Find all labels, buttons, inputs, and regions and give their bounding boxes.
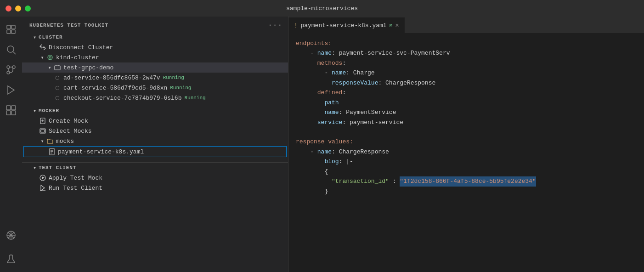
code-key: "transaction_id"	[332, 176, 389, 186]
svg-point-21	[48, 55, 52, 60]
run-debug-icon[interactable]	[2, 81, 20, 99]
search-icon[interactable]	[2, 40, 20, 59]
mocker-section-header[interactable]: MOCKER	[22, 106, 288, 116]
main-container: KUBERNETES TEST TOOLKIT ··· CLUSTER Disc…	[0, 17, 644, 272]
mocks-folder-item[interactable]: mocks	[22, 136, 288, 146]
svg-rect-12	[6, 111, 11, 115]
kubernetes-icon[interactable]	[2, 226, 20, 244]
explorer-icon[interactable]	[2, 20, 20, 39]
create-mock-item[interactable]: Create Mock	[22, 116, 288, 126]
code-key: name	[317, 48, 332, 58]
apply-test-icon	[39, 174, 47, 182]
test-client-chevron	[31, 164, 39, 171]
apply-test-mock-item[interactable]: Apply Test Mock	[22, 173, 288, 183]
window-title: sample-microservices	[286, 5, 358, 12]
apply-test-mock-label: Apply Test Mock	[49, 175, 102, 181]
code-indent: {	[296, 167, 328, 176]
service-item-0[interactable]: ⬡ ad-service-856dfc8658-2w47v Running	[22, 73, 288, 83]
sidebar-header: KUBERNETES TEST TOOLKIT ···	[22, 17, 288, 32]
sidebar-more-button[interactable]: ···	[268, 21, 282, 29]
code-colon: :	[378, 78, 385, 88]
code-line-14: {	[296, 167, 644, 176]
extensions-icon[interactable]	[2, 101, 20, 119]
cluster-label: CLUSTER	[39, 34, 62, 40]
code-indent	[296, 78, 332, 88]
beaker-icon[interactable]	[2, 250, 20, 268]
service-name-0: ad-service-856dfc8658-2w47v	[63, 74, 160, 81]
tab-close-button[interactable]: ×	[395, 22, 399, 29]
service-name-1: cart-service-586d7f9cd5-9d8xn	[63, 85, 167, 91]
code-line-9: service: payment-service	[296, 118, 644, 127]
test-client-section: TEST CLIENT Apply Test Mock	[22, 162, 288, 193]
select-mocks-icon	[39, 127, 47, 135]
code-indent	[296, 98, 324, 108]
kind-cluster-item[interactable]: kind-cluster	[22, 52, 288, 62]
code-indent	[296, 58, 317, 68]
svg-point-8	[7, 71, 10, 74]
pod-icon-1: ⬡	[53, 84, 62, 92]
cluster-chevron	[31, 34, 39, 41]
run-test-icon	[39, 184, 47, 192]
active-tab[interactable]: ! payment-service-k8s.yaml M ×	[288, 17, 405, 33]
kind-cluster-label: kind-cluster	[56, 54, 99, 61]
code-indent: -	[296, 48, 317, 58]
code-line-13: blog: |-	[296, 157, 644, 166]
test-client-header[interactable]: TEST CLIENT	[22, 163, 288, 173]
service-item-1[interactable]: ⬡ cart-service-586d7f9cd5-9d8xn Running	[22, 83, 288, 93]
code-value: payment-service-svc-PaymentServ	[339, 48, 450, 58]
disconnect-cluster-item[interactable]: Disconnect Cluster	[22, 42, 288, 52]
maximize-button[interactable]	[25, 6, 31, 11]
svg-rect-13	[11, 111, 16, 115]
source-control-icon[interactable]	[2, 61, 20, 79]
close-button[interactable]	[6, 6, 11, 11]
code-line-3: methods:	[296, 58, 644, 68]
cluster-section-header[interactable]: CLUSTER	[22, 32, 288, 42]
kind-cluster-chevron	[39, 54, 46, 61]
svg-marker-34	[42, 176, 45, 179]
code-value: ChargeResponse	[339, 147, 389, 157]
test-grpc-chevron	[46, 64, 53, 71]
svg-rect-0	[7, 25, 11, 29]
svg-rect-3	[11, 30, 15, 34]
editor-content: endpoints: - name: payment-service-svc-P…	[288, 33, 644, 272]
code-value: PaymentService	[346, 108, 396, 117]
run-test-client-item[interactable]: Run Test Client	[22, 183, 288, 193]
svg-rect-11	[11, 106, 16, 110]
svg-point-22	[49, 57, 51, 58]
select-mocks-item[interactable]: Select Mocks	[22, 126, 288, 136]
tab-filename: payment-service-k8s.yaml	[300, 22, 386, 29]
editor-area: ! payment-service-k8s.yaml M × endpoints…	[288, 17, 644, 272]
select-mocks-label: Select Mocks	[49, 128, 92, 135]
code-line-2: - name: payment-service-svc-PaymentServ	[296, 48, 644, 58]
yaml-file-item[interactable]: payment-service-k8s.yaml	[24, 147, 286, 157]
code-key: name	[317, 147, 332, 157]
code-indent	[296, 157, 324, 166]
code-line-4: - name: Charge	[296, 68, 644, 78]
test-grpc-demo-item[interactable]: test-grpc-demo	[22, 62, 288, 73]
code-line-16: }	[296, 187, 644, 196]
code-line-11: response values:	[296, 137, 644, 147]
code-key: name	[324, 108, 339, 117]
disconnect-cluster-label: Disconnect Cluster	[49, 44, 113, 51]
disconnect-icon	[39, 43, 47, 51]
code-line-12: - name: ChargeResponse	[296, 147, 644, 157]
mocks-chevron	[39, 137, 46, 145]
code-key: service	[317, 118, 343, 127]
create-mock-icon	[39, 117, 47, 125]
svg-marker-9	[8, 86, 14, 94]
code-indent	[296, 118, 317, 127]
minimize-button[interactable]	[15, 6, 21, 11]
svg-point-7	[12, 66, 15, 68]
code-line-5: responseValue: ChargeResponse	[296, 78, 644, 88]
code-colon: :	[332, 147, 339, 157]
code-value-selected: "1f2dc158-866f-4af5-88ce-5b95fe2e2e34"	[400, 176, 536, 186]
svg-line-5	[13, 52, 16, 55]
code-key: methods	[317, 58, 343, 68]
cluster-gear-icon	[46, 53, 54, 62]
titlebar: sample-microservices	[0, 0, 644, 17]
code-line-10	[296, 127, 644, 137]
mocker-chevron	[31, 107, 39, 114]
svg-rect-28	[41, 130, 45, 132]
service-item-2[interactable]: ⬡ checkout-service-7c7874b979-6sl6b Runn…	[22, 93, 288, 103]
mocker-label: MOCKER	[39, 108, 59, 113]
